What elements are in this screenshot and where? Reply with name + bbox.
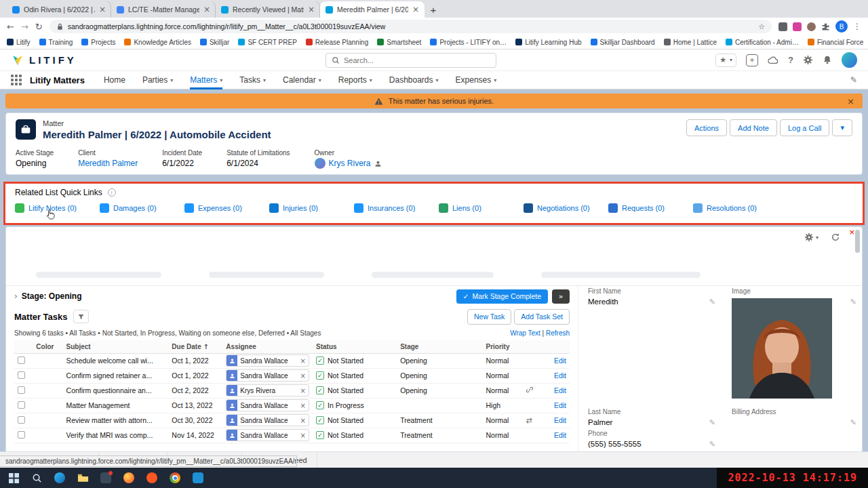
change-owner-icon[interactable] <box>374 160 382 167</box>
start-button[interactable] <box>3 468 24 488</box>
quick-link-resolutions[interactable]: Resolutions (0) <box>693 203 778 213</box>
chevron-down-icon[interactable]: ▾ <box>319 77 321 83</box>
actions-button[interactable]: Actions <box>686 119 727 136</box>
quick-link-label[interactable]: Insurances (0) <box>368 204 415 212</box>
column-header-color[interactable]: Color <box>33 340 62 353</box>
browser-menu-icon[interactable]: ⋮ <box>853 22 861 31</box>
app-launcher-icon[interactable] <box>11 75 22 85</box>
remove-assignee-icon[interactable]: × <box>300 402 309 409</box>
quick-link-injuries[interactable]: Injuries (0) <box>269 203 354 213</box>
client-link[interactable]: Meredith Palmer <box>78 159 138 168</box>
column-header-stage[interactable]: Stage <box>397 340 482 353</box>
row-checkbox[interactable] <box>18 371 25 379</box>
status-checkbox-icon[interactable]: ✓ <box>316 431 324 439</box>
quick-link-label[interactable]: Damages (0) <box>113 204 157 212</box>
remove-assignee-icon[interactable]: × <box>300 417 309 424</box>
taskbar-file-explorer[interactable] <box>72 468 94 488</box>
browser-tab[interactable]: LC/TE -Matter Management - Go… × <box>111 1 216 18</box>
nav-tab-tasks[interactable]: Tasks▾ <box>239 71 266 89</box>
bookmark-item[interactable]: Certification - Admi… <box>726 39 799 46</box>
favorites-button[interactable]: ★▾ <box>715 54 736 67</box>
browser-tab-active[interactable]: Meredith Palmer | 6/2022 | Auto… × <box>320 1 425 18</box>
browser-profile-avatar[interactable]: B <box>835 20 848 33</box>
edit-pencil-icon[interactable]: ✎ <box>709 440 715 449</box>
owner-link[interactable]: Krys Rivera <box>329 159 371 168</box>
quick-link-expenses[interactable]: Expenses (0) <box>184 203 269 213</box>
bookmark-item[interactable]: Projects <box>81 39 115 46</box>
nav-tab-parties[interactable]: Parties▾ <box>142 71 173 89</box>
user-avatar[interactable] <box>842 52 857 68</box>
bookmark-item[interactable]: Litify <box>7 39 31 46</box>
nav-tab-matters[interactable]: Matters▾ <box>190 71 222 89</box>
taskbar-app-firefox[interactable] <box>118 468 140 488</box>
edit-link[interactable]: Edit <box>554 401 566 409</box>
row-checkbox[interactable] <box>18 401 25 409</box>
setup-gear-icon[interactable] <box>803 55 813 65</box>
assignee-pill[interactable]: Sandra Wallace× <box>226 399 309 411</box>
advance-stage-button[interactable]: » <box>552 289 570 304</box>
assignee-pill[interactable]: Sandra Wallace× <box>226 354 309 367</box>
quick-link-negotiations[interactable]: Negotiations (0) <box>524 203 608 213</box>
refresh-icon[interactable] <box>831 232 840 242</box>
new-tab-button[interactable]: + <box>425 1 442 18</box>
remove-assignee-icon[interactable]: × <box>300 372 309 380</box>
edit-link[interactable]: Edit <box>554 416 566 424</box>
new-task-button[interactable]: New Task <box>467 309 511 325</box>
global-search[interactable] <box>326 53 496 68</box>
chevron-down-icon[interactable]: ▾ <box>494 77 496 83</box>
column-header-status[interactable]: Status <box>313 340 397 353</box>
extension-icon[interactable] <box>807 22 816 31</box>
expand-chevron-icon[interactable]: › <box>14 291 18 301</box>
help-icon[interactable]: ? <box>788 55 793 65</box>
subject-cell[interactable]: Schedule welcome call wi... <box>63 353 169 368</box>
quick-link-damages[interactable]: Damages (0) <box>100 203 184 213</box>
bookmark-item[interactable]: Litify Learning Hub <box>515 39 581 46</box>
bookmark-item[interactable]: Release Planning <box>306 39 368 46</box>
nav-tab-dashboards[interactable]: Dashboards▾ <box>389 71 439 89</box>
notifications-bell-icon[interactable] <box>823 55 832 65</box>
row-checkbox[interactable] <box>18 416 25 424</box>
log-a-call-button[interactable]: Log a Call <box>780 119 830 136</box>
quick-link-label[interactable]: Liens (0) <box>452 204 481 212</box>
edit-pencil-icon[interactable]: ✎ <box>709 418 715 427</box>
more-actions-chevron-button[interactable]: ▾ <box>832 119 852 136</box>
bookmark-item[interactable]: Skilljar <box>200 39 229 46</box>
mark-stage-complete-button[interactable]: ✓Mark Stage Complete <box>456 289 548 304</box>
quick-link-liens[interactable]: Liens (0) <box>439 203 524 213</box>
address-bar[interactable]: sandraogmatterplans.lightning.force.com/… <box>50 20 772 33</box>
chevron-down-icon[interactable]: ▾ <box>170 77 173 83</box>
subject-cell[interactable]: Verify that MRI was comp... <box>63 428 169 443</box>
edit-link[interactable]: Edit <box>554 357 566 365</box>
tab-close-icon[interactable]: × <box>308 5 315 14</box>
column-header-priority[interactable]: Priority <box>483 340 523 353</box>
bookmark-item[interactable]: Smartsheet <box>377 39 421 46</box>
assignee-pill[interactable]: Sandra Wallace× <box>226 414 309 426</box>
quick-link-insurances[interactable]: Insurances (0) <box>354 203 439 213</box>
bookmark-item[interactable]: Skilljar Dashboard <box>591 39 655 46</box>
global-search-input[interactable] <box>344 56 490 64</box>
quick-link-requests[interactable]: Requests (0) <box>608 203 693 213</box>
subject-cell[interactable]: Confirm questionnaire an... <box>63 383 169 398</box>
status-checkbox-icon[interactable]: ✓ <box>316 386 324 394</box>
edit-page-pencil-icon[interactable]: ✎ <box>850 75 857 85</box>
filter-button[interactable] <box>73 310 89 323</box>
edit-pencil-icon[interactable]: ✎ <box>709 298 715 306</box>
edit-pencil-icon[interactable]: ✎ <box>850 298 856 306</box>
taskbar-app-edge[interactable] <box>49 468 71 488</box>
browser-tab[interactable]: Recently Viewed | Matters | Sale… × <box>216 1 320 18</box>
global-actions-icon[interactable]: + <box>746 54 758 66</box>
bookmark-star-icon[interactable]: ☆ <box>758 22 765 31</box>
edit-link[interactable]: Edit <box>554 371 566 380</box>
taskbar-app-mail[interactable] <box>187 468 209 488</box>
puzzle-extensions-icon[interactable] <box>821 22 830 31</box>
subject-cell[interactable]: Confirm signed retainer a... <box>63 368 169 383</box>
row-checkbox[interactable] <box>18 357 25 364</box>
tab-close-icon[interactable]: × <box>203 5 210 14</box>
column-header-subject[interactable]: Subject <box>63 340 169 353</box>
assignee-pill[interactable]: Krys Rivera× <box>226 384 309 396</box>
remove-assignee-icon[interactable]: × <box>300 387 309 394</box>
row-checkbox[interactable] <box>18 386 25 394</box>
bookmark-item[interactable]: Financial Force <box>808 39 863 46</box>
status-checkbox-icon[interactable]: ✓ <box>316 357 324 365</box>
link-icon[interactable] <box>526 386 534 394</box>
